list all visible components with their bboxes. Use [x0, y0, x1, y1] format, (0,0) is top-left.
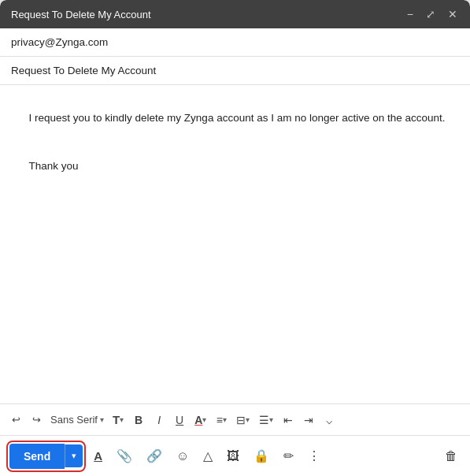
more-options-icon: ⋮: [308, 448, 320, 463]
subject-text: Request To Delete My Account: [11, 65, 156, 76]
font-color-chevron: ▾: [202, 415, 206, 424]
underline-button[interactable]: U: [170, 411, 189, 430]
subject-field[interactable]: Request To Delete My Account: [0, 57, 470, 85]
insert-drive-button[interactable]: △: [200, 445, 216, 467]
signature-button[interactable]: ✏: [280, 445, 297, 467]
insert-link-icon: 🔗: [146, 448, 162, 463]
expand-button[interactable]: ⤢: [424, 7, 437, 21]
bullet-list-button[interactable]: ☰ ▾: [255, 411, 277, 430]
send-button-group: Send ▾: [9, 444, 83, 469]
undo-button[interactable]: ↩: [6, 411, 25, 430]
insert-emoji-icon: ☺: [176, 449, 189, 463]
formatting-toolbar: ↩ ↪ Sans Serif ▾ T ▾ B I U A ▾: [0, 403, 470, 435]
attach-file-icon: 📎: [117, 448, 132, 463]
title-bar: Request To Delete My Account − ⤢ ✕: [0, 0, 470, 28]
indent-less-button[interactable]: ⇤: [279, 411, 298, 430]
redo-button[interactable]: ↪: [27, 411, 46, 430]
indent-more-icon: ⇥: [304, 414, 313, 426]
font-family-chevron: ▾: [100, 415, 104, 424]
close-button[interactable]: ✕: [446, 7, 459, 21]
font-color-button[interactable]: A ▾: [191, 411, 210, 430]
bold-icon: B: [135, 414, 142, 426]
font-family-selector[interactable]: Sans Serif ▾: [47, 412, 107, 427]
align-chevron: ▾: [223, 415, 227, 424]
insert-drive-icon: △: [203, 448, 213, 463]
italic-button[interactable]: I: [150, 411, 168, 430]
to-address: privacy@Zynga.com: [11, 36, 108, 48]
bullet-list-icon: ☰: [259, 414, 269, 426]
send-dropdown-chevron: ▾: [72, 451, 76, 461]
attach-file-button[interactable]: 📎: [113, 445, 135, 467]
insert-image-icon: 🖼: [227, 449, 239, 463]
align-button[interactable]: ≡ ▾: [212, 411, 231, 430]
discard-icon: 🗑: [445, 449, 457, 463]
align-icon: ≡: [216, 414, 223, 426]
message-area[interactable]: I request you to kindly delete my Zynga …: [0, 85, 470, 403]
insert-image-button[interactable]: 🖼: [224, 446, 242, 467]
text-style-button[interactable]: T ▾: [109, 410, 128, 430]
numbered-list-chevron: ▾: [246, 415, 250, 424]
more-formatting-icon: ⌵: [326, 414, 332, 426]
font-color-icon: A: [194, 414, 202, 426]
send-dropdown-button[interactable]: ▾: [65, 444, 83, 467]
signature-icon: ✏: [283, 448, 294, 463]
format-text-button[interactable]: A: [91, 446, 105, 466]
title-bar-controls: − ⤢ ✕: [405, 7, 459, 21]
text-style-chevron: ▾: [120, 415, 124, 424]
bullet-list-chevron: ▾: [269, 415, 273, 424]
insert-emoji-button[interactable]: ☺: [173, 446, 192, 467]
compose-window: Request To Delete My Account − ⤢ ✕ priva…: [0, 0, 470, 476]
indent-less-icon: ⇤: [283, 414, 293, 426]
italic-icon: I: [157, 414, 161, 426]
bottom-icons: A 📎 🔗 ☺ △ 🖼: [91, 445, 324, 467]
format-text-icon: A: [94, 449, 102, 463]
text-style-icon: T: [113, 413, 120, 426]
compose-body: privacy@Zynga.com Request To Delete My A…: [0, 28, 470, 476]
bold-button[interactable]: B: [129, 411, 148, 430]
bottom-bar: Send ▾ A 📎 🔗: [0, 435, 470, 476]
discard-button[interactable]: 🗑: [442, 446, 461, 467]
message-body-line1: I request you to kindly delete my Zynga …: [29, 112, 446, 124]
bottom-left-actions: Send ▾ A 📎 🔗: [9, 444, 324, 469]
font-family-label: Sans Serif: [50, 414, 98, 426]
underline-icon: U: [176, 414, 183, 426]
insert-link-button[interactable]: 🔗: [143, 445, 165, 467]
more-formatting-button[interactable]: ⌵: [320, 411, 339, 430]
send-button[interactable]: Send: [9, 444, 65, 469]
confidential-mode-button[interactable]: 🔒: [250, 445, 272, 467]
window-title: Request To Delete My Account: [11, 9, 151, 20]
indent-more-button[interactable]: ⇥: [299, 411, 318, 430]
minimize-button[interactable]: −: [405, 7, 415, 21]
message-body-line2: Thank you: [29, 160, 79, 172]
to-field[interactable]: privacy@Zynga.com: [0, 28, 470, 57]
more-options-button[interactable]: ⋮: [305, 445, 324, 467]
confidential-mode-icon: 🔒: [254, 448, 269, 463]
numbered-list-button[interactable]: ⊟ ▾: [232, 411, 254, 430]
numbered-list-icon: ⊟: [236, 414, 246, 426]
